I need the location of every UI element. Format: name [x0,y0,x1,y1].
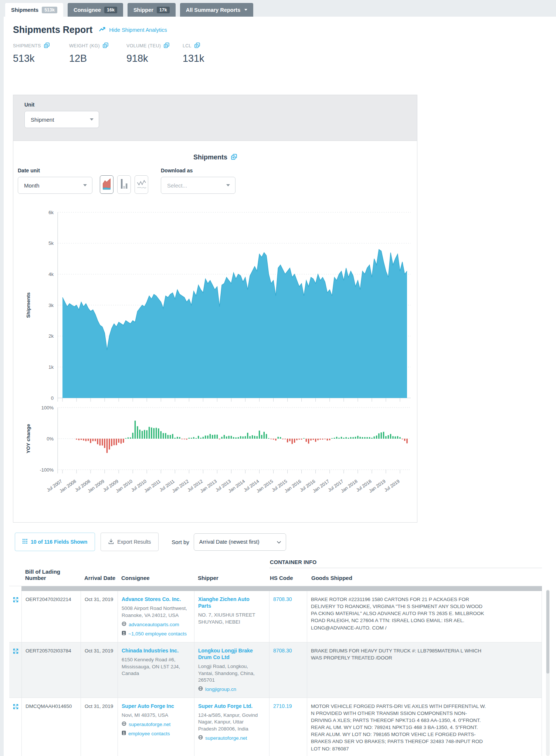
column-header-bol[interactable]: Bill of Lading Number [21,568,81,586]
tab-shipments-label: Shipments [11,7,38,13]
svg-text:4k: 4k [48,271,54,277]
shipper-address: 124-a/585, Kanpur, Govind Nagar, Kanpur,… [198,712,261,732]
globe-icon [122,721,126,728]
shipments-table: Bill of Lading Number Arrival Date Consi… [9,553,542,756]
hs-code-link[interactable]: 8708.30 [273,596,292,602]
globe-icon [122,621,126,628]
svg-text:Shipments: Shipments [26,292,31,318]
consignee-link[interactable]: Chinada Industries Inc. [122,647,190,654]
shipper-address: Longji Road, Longkou, Yantai, Shandong, … [198,663,261,684]
stat-shipments-value: 513k [13,53,69,64]
chevron-down-icon [277,539,281,545]
shipments-report-card: Shipments Report Hide Shipment Analytics… [4,17,556,756]
consignee-website-link[interactable]: advanceautoparts.com [122,621,190,628]
unit-label: Unit [24,102,417,108]
bol-cell: OERT205702I03784 [21,642,81,698]
consignee-website-link[interactable]: superautoforge.net [122,721,190,728]
shipper-link[interactable]: Xianghe Zichen Auto Parts [198,596,261,609]
page-title: Shipments Report [13,24,92,35]
svg-text:1k: 1k [48,364,54,370]
column-header-hs-code[interactable]: HS Code [269,575,307,586]
table-header: Bill of Lading Number Arrival Date Consi… [9,553,542,586]
column-header-shipper[interactable]: Shipper [194,575,265,586]
consignee-link[interactable]: Super Auto Forge Inc [122,703,190,709]
shipper-address: NO. 7, XIUSHUI STREET SHUYANG, HEBEI [198,612,261,625]
area-chart-type-button[interactable] [100,175,113,194]
expand-row-icon[interactable] [13,705,19,711]
tab-shipper[interactable]: Shipper 17k [128,3,176,17]
svg-text:100%: 100% [41,405,54,411]
vertical-scrollbar-thumb[interactable] [546,590,549,674]
bar-chart-icon [120,178,128,191]
sort-by-select[interactable]: Arrival Date (newest first) [194,533,286,551]
unit-select[interactable]: Shipment [24,111,99,128]
vertical-scrollbar[interactable] [546,590,550,756]
copy-icon[interactable] [44,43,50,49]
table-row: OERT205702I03784 Oct 31, 2019 Chinada In… [9,642,542,698]
fields-shown-button[interactable]: 10 of 116 Fields Shown [15,533,95,551]
globe-icon [198,735,203,742]
chevron-down-icon [83,184,87,186]
column-header-arrival-date[interactable]: Arrival Date [81,575,118,586]
line-chart-icon [137,178,146,191]
chevron-down-icon [226,184,230,186]
arrival-date-cell: Oct 31, 2019 [81,698,118,756]
sort-by-label: Sort by [172,539,189,545]
download-as-label: Download as [161,168,235,173]
arrival-date-cell: Oct 31, 2019 [81,642,118,698]
stat-lcl: LCL 131k [183,43,239,64]
hs-code-link[interactable]: 2710.19 [273,703,292,709]
copy-icon[interactable] [194,43,200,49]
hide-shipment-analytics-link[interactable]: Hide Shipment Analytics [99,27,167,33]
chevron-down-icon [244,9,247,11]
shipper-website-link[interactable]: superautoforge.net [198,735,261,742]
tab-shipments-count-badge: 513k [42,7,57,13]
copy-icon[interactable] [164,43,169,49]
download-as-select[interactable]: Select... [161,177,235,194]
contact-card-icon [122,630,126,637]
employee-contacts-link[interactable]: ~1,050 employee contacts [122,630,190,637]
tab-consignee[interactable]: Consignee 16k [68,3,123,17]
container-info-group-header: CONTAINER INFO [269,553,542,568]
column-header-goods-shipped[interactable]: Goods Shipped [307,575,542,586]
shipper-cell: Super Auto Forge Ltd.124-a/585, Kanpur, … [194,698,265,756]
summary-stats: SHIPMENTS 513k WEIGHT (KG) 12B VOLUME (T… [13,43,556,64]
copy-icon[interactable] [103,43,108,49]
expand-row-icon[interactable] [13,650,19,655]
svg-text:2k: 2k [48,333,54,339]
svg-text:5k: 5k [48,240,54,246]
horizontal-scrollbar[interactable] [21,586,542,591]
goods-shipped-cell: BRAKE DRUMS FOR HEAVY DUTY TRUCK #: LLB7… [307,642,542,698]
bar-chart-type-button[interactable] [117,175,131,194]
copy-icon[interactable] [231,154,237,161]
export-results-button[interactable]: Export Results [101,533,159,551]
hs-code-cell: 8708.30 [269,591,307,642]
stat-weight-value: 12B [69,53,126,64]
consignee-address: Novi, MI 48375, USA [122,712,190,719]
svg-text:-100%: -100% [40,467,54,473]
stat-lcl-value: 131k [183,53,239,64]
tab-all-summary-reports[interactable]: All Summary Reports [180,3,253,17]
date-unit-label: Date unit [18,168,92,173]
date-unit-select[interactable]: Month [18,177,92,194]
shipper-cell: Longkou Longji Brake Drum Co LtdLongji R… [194,642,265,698]
shipper-website-link[interactable]: longjigroup.cn [198,686,261,693]
consignee-link[interactable]: Advance Stores Co. Inc. [122,596,190,603]
svg-text:YOY change: YOY change [26,424,31,453]
hs-code-link[interactable]: 8708.30 [273,648,292,654]
svg-text:0: 0 [51,395,54,401]
stat-volume-value: 918k [126,53,183,64]
table-row: DMCQMAAH014650 Oct 31, 2019 Super Auto F… [9,698,542,756]
shipper-link[interactable]: Longkou Longji Brake Drum Co Ltd [198,647,261,661]
svg-text:3k: 3k [48,303,54,308]
area-chart-icon [102,177,111,192]
line-chart-type-button[interactable] [135,175,148,194]
shipper-link[interactable]: Super Auto Forge Ltd. [198,703,261,709]
employee-contacts-link[interactable]: employee contacts [122,730,190,737]
expand-row-icon[interactable] [13,598,19,604]
analytics-zigzag-icon [99,27,106,33]
arrival-date-cell: Oct 31, 2019 [81,591,118,642]
unit-filter-bar: Unit Shipment [13,95,417,141]
column-header-consignee[interactable]: Consignee [118,575,194,586]
tab-shipments[interactable]: Shipments 513k [5,3,63,17]
